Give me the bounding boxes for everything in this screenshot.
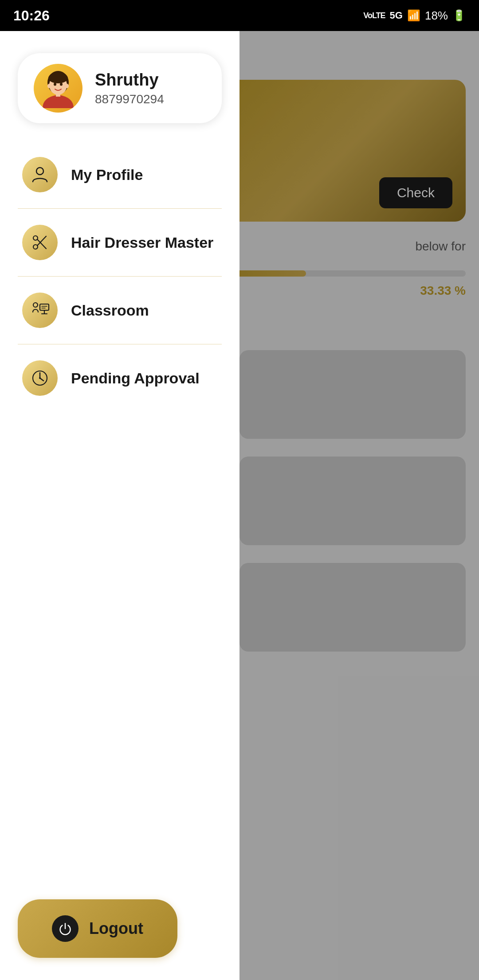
- classroom-icon: [30, 301, 50, 320]
- power-icon-wrapper: [52, 915, 79, 942]
- person-icon: [30, 165, 50, 184]
- clock-icon: [30, 368, 50, 388]
- classroom-label: Classroom: [71, 302, 149, 319]
- my-profile-label: My Profile: [71, 166, 143, 184]
- svg-rect-7: [56, 93, 60, 97]
- volte-icon: VoLTE: [363, 11, 385, 20]
- svg-point-2: [48, 73, 68, 83]
- menu-list: My Profile Hair Dresser Master: [18, 141, 222, 886]
- battery-indicator: 18%: [425, 9, 448, 23]
- svg-point-3: [47, 84, 51, 88]
- menu-item-classroom[interactable]: Classroom: [18, 277, 222, 344]
- battery-icon: 🔋: [452, 9, 466, 22]
- svg-point-6: [60, 83, 63, 86]
- clock-icon-wrapper: [22, 360, 58, 396]
- menu-item-pending-approval[interactable]: Pending Approval: [18, 344, 222, 412]
- svg-rect-14: [40, 304, 49, 310]
- pending-approval-label: Pending Approval: [71, 370, 200, 387]
- classroom-icon-wrapper: [22, 293, 58, 328]
- scissors-icon: [30, 233, 50, 252]
- logout-button[interactable]: Logout: [18, 899, 177, 958]
- menu-item-my-profile[interactable]: My Profile: [18, 141, 222, 209]
- 5g-icon: 5G: [390, 10, 403, 21]
- status-time: 10:26: [13, 8, 50, 24]
- user-name: Shruthy: [95, 70, 164, 90]
- signal-icon: 📶: [407, 9, 420, 22]
- avatar-image: [38, 68, 78, 108]
- svg-point-8: [36, 168, 43, 175]
- status-bar: 10:26 VoLTE 5G 📶 18% 🔋: [0, 0, 479, 31]
- svg-point-22: [39, 377, 41, 379]
- user-phone: 8879970294: [95, 92, 164, 106]
- user-card: Shruthy 8879970294: [18, 53, 222, 123]
- logout-label: Logout: [89, 919, 143, 938]
- hair-dresser-label: Hair Dresser Master: [71, 234, 213, 251]
- svg-point-4: [65, 84, 69, 88]
- user-info: Shruthy 8879970294: [95, 70, 164, 106]
- status-icons: VoLTE 5G 📶 18% 🔋: [363, 9, 466, 23]
- menu-item-hair-dresser[interactable]: Hair Dresser Master: [18, 209, 222, 277]
- drawer-panel: Shruthy 8879970294 My Profile: [0, 31, 240, 980]
- avatar: [34, 64, 82, 113]
- person-icon-wrapper: [22, 157, 58, 192]
- svg-point-13: [33, 303, 38, 307]
- power-icon: [57, 921, 73, 937]
- scissors-icon-wrapper: [22, 225, 58, 260]
- svg-point-5: [54, 83, 56, 86]
